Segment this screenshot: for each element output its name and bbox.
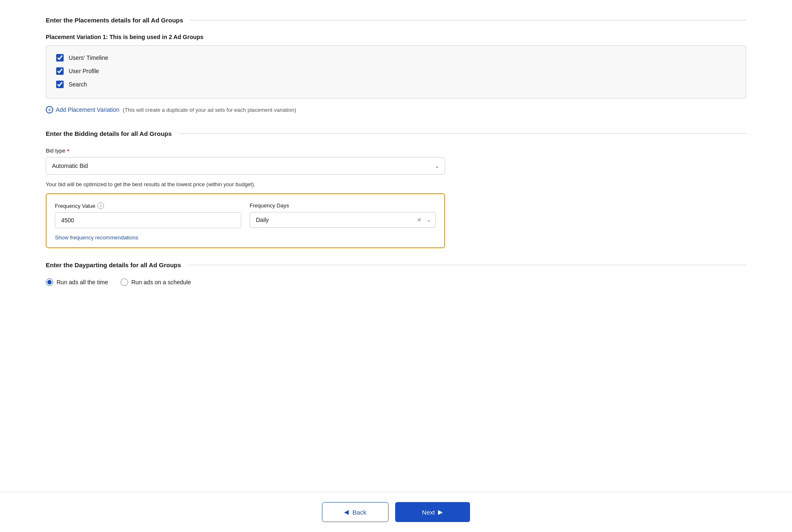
bidding-section-header: Enter the Bidding details for all Ad Gro… [46, 130, 746, 137]
dayparting-section-header: Enter the Dayparting details for all Ad … [46, 261, 746, 268]
next-button[interactable]: Next ▶ [395, 502, 470, 522]
add-variation-label: Add Placement Variation [56, 106, 119, 113]
frequency-value-input[interactable] [55, 212, 241, 228]
bid-type-select-wrapper: Automatic Bid Manual Bid ⌄ [46, 157, 445, 175]
placement-variation-box: Users' Timeline User Profile Search [46, 45, 746, 99]
radio-option-schedule[interactable]: Run ads on a schedule [121, 278, 191, 286]
bid-type-label: Bid type • [46, 147, 746, 154]
placements-section-title: Enter the Placements details for all Ad … [46, 17, 183, 24]
circle-plus-icon: + [46, 106, 53, 113]
radio-run-schedule[interactable] [121, 278, 128, 286]
bid-type-field-group: Bid type • Automatic Bid Manual Bid ⌄ [46, 147, 746, 175]
radio-run-all-time[interactable] [46, 278, 53, 286]
add-variation-row: + Add Placement Variation (This will cre… [46, 106, 746, 113]
frequency-days-clear-icon[interactable]: ✕ [417, 217, 422, 223]
bidding-section: Enter the Bidding details for all Ad Gro… [46, 130, 746, 248]
add-placement-variation-button[interactable]: + Add Placement Variation [46, 106, 119, 113]
frequency-value-field: Frequency Value i [55, 202, 241, 228]
checkbox-search[interactable] [56, 81, 64, 88]
frequency-panel: Frequency Value i Frequency Days Daily W… [46, 193, 445, 248]
frequency-days-field: Frequency Days Daily Weekly Monthly ✕ ⌄ [250, 202, 436, 228]
dayparting-section: Enter the Dayparting details for all Ad … [46, 261, 746, 286]
bid-description-text: Your bid will be optimized to get the be… [46, 181, 746, 187]
checkbox-users-timeline[interactable] [56, 54, 64, 62]
dayparting-radio-row: Run ads all the time Run ads on a schedu… [46, 278, 746, 286]
frequency-days-select[interactable]: Daily Weekly Monthly [250, 212, 436, 228]
back-button[interactable]: ◀ Back [322, 502, 389, 522]
checkbox-user-profile[interactable] [56, 67, 64, 75]
frequency-inputs-row: Frequency Value i Frequency Days Daily W… [55, 202, 436, 228]
bidding-section-title: Enter the Bidding details for all Ad Gro… [46, 130, 172, 137]
dayparting-section-divider [188, 265, 746, 265]
checkbox-row-search: Search [56, 81, 736, 88]
radio-label-schedule: Run ads on a schedule [131, 279, 191, 286]
placements-section-divider [190, 20, 746, 20]
checkbox-label-search[interactable]: Search [69, 81, 87, 88]
frequency-value-info-icon[interactable]: i [97, 202, 104, 209]
bidding-section-divider [178, 133, 746, 134]
checkbox-row-timeline: Users' Timeline [56, 54, 736, 62]
placement-variation-subtitle: Placement Variation 1: This is being use… [46, 34, 746, 40]
frequency-value-label: Frequency Value i [55, 202, 241, 209]
footer: ◀ Back Next ▶ [0, 492, 792, 532]
checkbox-label-users-timeline[interactable]: Users' Timeline [69, 54, 108, 61]
checkbox-row-profile: User Profile [56, 67, 736, 75]
bid-type-select[interactable]: Automatic Bid Manual Bid [46, 157, 445, 175]
placements-section-header: Enter the Placements details for all Ad … [46, 17, 746, 24]
frequency-days-select-wrapper: Daily Weekly Monthly ✕ ⌄ [250, 212, 436, 228]
back-arrow-icon: ◀ [344, 508, 349, 516]
next-arrow-icon: ▶ [438, 508, 443, 516]
add-variation-note: (This will create a duplicate of your ad… [123, 107, 296, 113]
checkbox-label-user-profile[interactable]: User Profile [69, 68, 99, 74]
show-frequency-recommendations-button[interactable]: Show frequency recommendations [55, 234, 138, 241]
radio-label-all-time: Run ads all the time [57, 279, 108, 286]
dayparting-section-title: Enter the Dayparting details for all Ad … [46, 261, 181, 268]
frequency-days-label: Frequency Days [250, 202, 436, 209]
radio-option-all-time[interactable]: Run ads all the time [46, 278, 108, 286]
required-indicator: • [67, 147, 69, 154]
